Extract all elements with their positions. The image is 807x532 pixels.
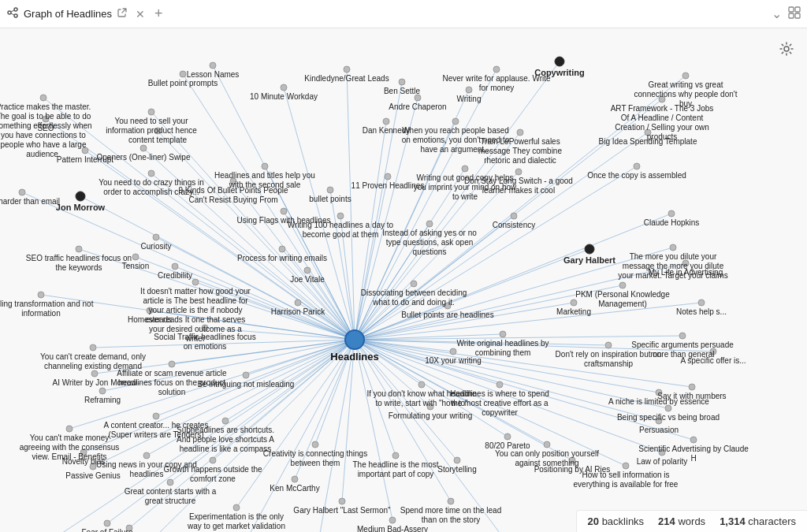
svg-line-95 [355, 340, 504, 532]
svg-line-108 [41, 340, 355, 532]
graph-area[interactable]: 20 backlinks 214 words 1,314 characters … [0, 28, 807, 532]
svg-line-69 [102, 340, 355, 391]
svg-line-31 [355, 172, 519, 340]
svg-point-153 [619, 282, 626, 288]
svg-line-20 [355, 121, 386, 340]
svg-point-167 [496, 381, 503, 388]
svg-point-141 [279, 246, 285, 252]
backlinks-label: backlinks [602, 515, 644, 527]
svg-line-28 [233, 181, 355, 340]
svg-line-21 [355, 121, 456, 340]
svg-point-136 [337, 213, 344, 219]
svg-point-135 [281, 208, 287, 214]
tab-close-button[interactable]: ✕ [136, 8, 145, 20]
svg-point-123 [517, 129, 523, 136]
svg-point-181 [690, 437, 697, 443]
svg-line-46 [355, 247, 673, 340]
svg-point-211 [345, 330, 364, 349]
svg-line-102 [22, 192, 355, 340]
svg-point-183 [66, 426, 73, 432]
svg-point-116 [493, 66, 500, 73]
svg-point-144 [172, 263, 178, 270]
svg-point-130 [462, 166, 468, 172]
svg-line-78 [355, 340, 457, 460]
svg-point-155 [698, 299, 705, 306]
svg-point-114 [344, 66, 350, 73]
svg-point-169 [689, 384, 695, 390]
tab-link-icon[interactable] [117, 7, 128, 20]
svg-line-14 [355, 82, 402, 340]
svg-point-206 [82, 147, 88, 154]
svg-line-98 [243, 340, 355, 532]
svg-point-128 [385, 173, 391, 180]
svg-point-1 [14, 8, 17, 11]
svg-point-203 [19, 189, 25, 195]
svg-point-0 [8, 11, 11, 14]
svg-point-129 [230, 178, 236, 184]
svg-point-187 [90, 463, 96, 470]
svg-point-212 [784, 47, 789, 51]
svg-point-168 [418, 381, 425, 388]
svg-point-166 [243, 372, 249, 378]
svg-point-194 [233, 504, 240, 511]
graph-svg [0, 28, 807, 532]
layout-button[interactable] [788, 6, 801, 22]
svg-point-192 [389, 517, 396, 523]
words-value: 214 [658, 515, 675, 527]
svg-point-207 [148, 170, 154, 177]
backlinks-value: 20 [588, 515, 599, 527]
svg-point-149 [585, 244, 594, 254]
svg-point-189 [659, 449, 665, 456]
chars-label: characters [748, 515, 796, 527]
svg-point-190 [339, 498, 345, 504]
svg-point-133 [634, 163, 640, 169]
svg-point-111 [466, 87, 472, 93]
svg-line-39 [156, 237, 355, 340]
svg-point-170 [99, 388, 106, 394]
svg-point-115 [399, 79, 405, 85]
svg-rect-5 [789, 7, 794, 12]
svg-line-15 [355, 69, 496, 340]
svg-line-99 [318, 340, 355, 532]
settings-button[interactable] [775, 38, 798, 60]
svg-point-176 [153, 413, 159, 419]
svg-line-74 [355, 340, 668, 408]
svg-line-23 [355, 132, 648, 340]
svg-line-72 [315, 340, 355, 445]
svg-point-210 [427, 404, 433, 410]
svg-point-152 [295, 299, 301, 306]
svg-point-143 [132, 254, 139, 260]
svg-line-105 [85, 151, 355, 340]
svg-point-148 [682, 260, 689, 266]
svg-point-121 [383, 118, 389, 125]
svg-line-32 [355, 166, 637, 340]
svg-point-161 [90, 344, 96, 351]
svg-point-154 [571, 299, 577, 306]
svg-point-162 [605, 342, 612, 348]
svg-point-159 [679, 333, 686, 339]
svg-point-188 [623, 463, 629, 469]
svg-line-36 [355, 224, 430, 340]
svg-line-60 [93, 340, 355, 348]
svg-point-134 [76, 192, 85, 201]
svg-line-85 [84, 340, 355, 452]
collapse-button[interactable]: ⌄ [772, 6, 782, 21]
svg-point-120 [659, 96, 665, 102]
svg-point-186 [80, 449, 87, 456]
svg-point-172 [222, 418, 229, 424]
svg-rect-6 [795, 7, 800, 12]
svg-point-164 [169, 361, 175, 367]
svg-point-127 [262, 163, 268, 169]
svg-point-171 [656, 389, 662, 396]
svg-point-195 [104, 520, 110, 526]
svg-point-173 [312, 441, 318, 448]
svg-point-140 [153, 234, 159, 240]
svg-point-184 [210, 457, 216, 463]
svg-point-204 [40, 95, 46, 101]
new-tab-button[interactable]: + [154, 6, 163, 22]
svg-line-3 [11, 10, 14, 12]
svg-point-191 [448, 498, 454, 504]
svg-line-4 [11, 13, 14, 15]
svg-point-112 [210, 62, 216, 69]
svg-line-77 [355, 340, 508, 437]
